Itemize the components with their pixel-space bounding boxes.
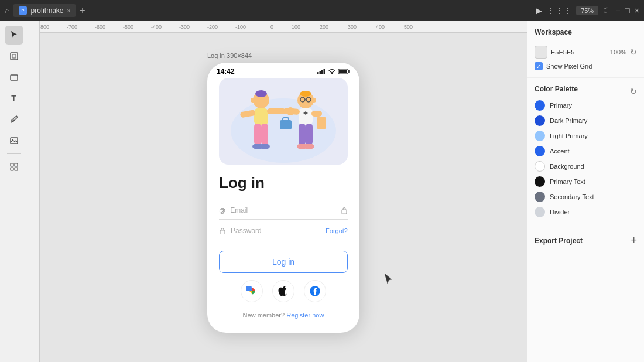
workspace-section: Workspace E5E5E5 100% ↻ ✓ Show Pixel Gri…	[527, 21, 644, 78]
play-icon[interactable]: ▶	[536, 6, 542, 15]
palette-item[interactable]: Primary	[535, 98, 637, 113]
workspace-color-hex: E5E5E5	[551, 49, 607, 56]
svg-point-29	[259, 144, 270, 149]
google-login-button[interactable]	[241, 280, 263, 302]
right-panel: Workspace E5E5E5 100% ↻ ✓ Show Pixel Gri…	[527, 21, 644, 362]
image-tool[interactable]	[5, 131, 23, 150]
frame-icon	[9, 52, 19, 61]
palette-header: Color Palette ↻	[535, 85, 637, 98]
svg-rect-21	[254, 108, 268, 125]
select-tool[interactable]	[5, 26, 23, 45]
facebook-login-button[interactable]	[304, 280, 326, 302]
svg-rect-13	[321, 70, 323, 74]
illustration-svg	[219, 78, 348, 165]
svg-rect-8	[15, 163, 18, 166]
svg-rect-39	[317, 117, 326, 129]
frame-wrapper: Log in 390×844 14:42	[207, 63, 359, 333]
palette-item[interactable]: Accent	[535, 144, 637, 159]
component-tool[interactable]	[5, 158, 23, 176]
palette-color-dot	[535, 192, 545, 202]
wifi-icon	[328, 69, 336, 74]
export-header: Export Project +	[535, 234, 637, 247]
ruler-vertical	[28, 21, 40, 362]
text-tool[interactable]: T	[5, 89, 23, 108]
frame-tool[interactable]	[5, 47, 23, 66]
svg-rect-46	[220, 230, 225, 234]
palette-color-label: Background	[550, 163, 584, 170]
phone-status-icons	[317, 69, 350, 74]
top-bar: ⌂ P profitmake × + ▶ ⋮⋮⋮ 75% ☾ − □ ×	[0, 0, 644, 21]
palette-item[interactable]: Secondary Text	[535, 189, 637, 204]
phone-content: Log in @ Email Password Forgot?	[207, 78, 359, 333]
frame-label: Log in 390×844	[207, 52, 252, 59]
pixel-grid-row: ✓ Show Pixel Grid	[535, 62, 637, 70]
ruler-horizontal: -800 -700 -600 -500 -400 -300 -200 -100 …	[28, 21, 527, 33]
export-section: Export Project +	[527, 227, 644, 254]
maximize-icon[interactable]: □	[625, 6, 629, 15]
palette-color-label: Primary	[550, 102, 572, 109]
palette-refresh-button[interactable]: ↻	[630, 87, 637, 96]
svg-rect-3	[12, 54, 16, 58]
forgot-link[interactable]: Forgot?	[326, 227, 348, 234]
rectangle-tool[interactable]	[5, 68, 23, 87]
home-icon[interactable]: ⌂	[5, 6, 9, 15]
svg-point-35	[311, 98, 316, 103]
palette-color-label: Secondary Text	[550, 193, 594, 200]
add-tab-button[interactable]: +	[80, 5, 85, 16]
tab-label: profitmake	[30, 6, 63, 15]
phone-status-bar: 14:42	[207, 63, 359, 78]
palette-color-dot	[535, 176, 545, 187]
password-input-row[interactable]: Password Forgot?	[219, 222, 348, 240]
battery-icon	[338, 69, 350, 74]
close-window-icon[interactable]: ×	[635, 6, 639, 15]
register-row: New member? Register now	[219, 312, 348, 319]
grid-icon[interactable]: ⋮⋮⋮	[547, 6, 571, 15]
pen-tool[interactable]	[5, 110, 23, 129]
signal-icon	[317, 69, 326, 74]
phone-time: 14:42	[217, 67, 235, 76]
password-field[interactable]: Password	[231, 227, 326, 235]
register-link[interactable]: Register now	[286, 312, 324, 319]
svg-rect-11	[317, 72, 319, 74]
tab-close-icon[interactable]: ×	[67, 8, 71, 14]
svg-rect-23	[267, 108, 286, 114]
canvas-area[interactable]: -800 -700 -600 -500 -400 -300 -200 -100 …	[28, 21, 527, 362]
export-add-button[interactable]: +	[631, 234, 637, 247]
svg-rect-40	[299, 124, 306, 145]
email-input-row[interactable]: @ Email	[219, 202, 348, 220]
workspace-refresh-button[interactable]: ↻	[630, 47, 637, 57]
palette-item[interactable]: Background	[535, 159, 637, 174]
pen-icon	[9, 115, 19, 124]
login-title: Log in	[219, 174, 348, 192]
svg-point-17	[231, 98, 336, 163]
facebook-icon	[310, 286, 320, 296]
top-bar-left: ⌂ P profitmake × +	[5, 4, 85, 17]
workspace-color-row: E5E5E5 100% ↻	[535, 46, 637, 59]
zoom-badge[interactable]: 75%	[576, 6, 598, 15]
palette-item[interactable]: Primary Text	[535, 174, 637, 189]
login-button[interactable]: Log in	[219, 251, 348, 273]
svg-rect-12	[320, 71, 321, 74]
svg-rect-26	[254, 124, 261, 145]
email-field[interactable]: Email	[230, 206, 341, 214]
palette-color-label: Primary Text	[550, 178, 585, 185]
palette-item[interactable]: Divider	[535, 204, 637, 220]
pixel-grid-checkbox[interactable]: ✓	[535, 62, 543, 70]
active-tab[interactable]: P profitmake ×	[13, 4, 76, 17]
top-bar-right: ▶ ⋮⋮⋮ 75% ☾ − □ ×	[536, 6, 639, 15]
minimize-icon[interactable]: −	[615, 6, 620, 15]
text-icon: T	[11, 94, 16, 103]
palette-item[interactable]: Dark Primary	[535, 113, 637, 128]
workspace-color-swatch[interactable]	[535, 46, 547, 59]
rectangle-icon	[9, 73, 19, 82]
moon-icon[interactable]: ☾	[603, 6, 611, 15]
palette-items-container: PrimaryDark PrimaryLight PrimaryAccentBa…	[535, 98, 637, 220]
apple-login-button[interactable]	[272, 280, 294, 302]
palette-color-label: Light Primary	[550, 132, 588, 139]
social-login-row	[219, 280, 348, 302]
palette-color-dot	[535, 131, 545, 141]
svg-rect-2	[11, 53, 18, 60]
workspace-title: Workspace	[535, 28, 572, 36]
palette-title: Color Palette	[535, 85, 578, 93]
palette-item[interactable]: Light Primary	[535, 128, 637, 144]
